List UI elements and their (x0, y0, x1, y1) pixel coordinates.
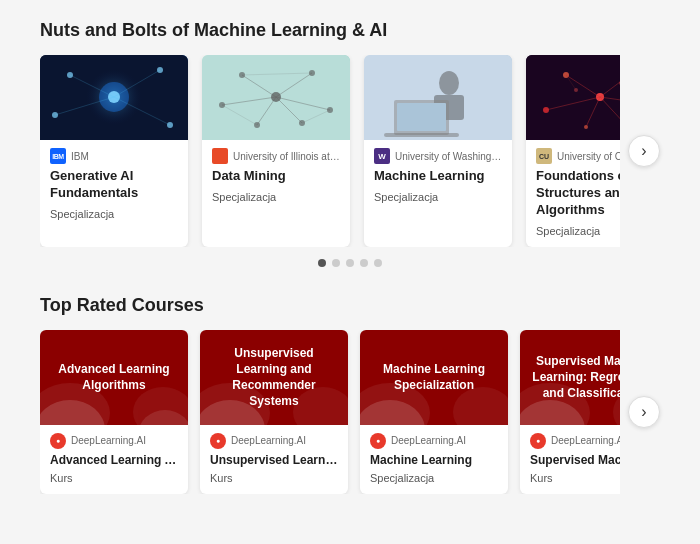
card-image-gen-ai (40, 55, 188, 140)
dot-2[interactable] (332, 259, 340, 267)
spec-card-data-mining[interactable]: University of Illinois at Urbana... Data… (202, 55, 350, 247)
card-title-ml: Machine Learning (374, 168, 502, 185)
course-title-unsupervised: Unsupervised Learning, Recommenders,... (210, 453, 338, 469)
svg-point-54 (40, 400, 105, 425)
provider-name-foundations: University of Colorado Boulder (557, 151, 620, 162)
course-card-ml-specialization[interactable]: Machine Learning Specialization ● DeepLe… (360, 330, 508, 495)
provider-label-supervised: DeepLearning.AI (551, 435, 620, 446)
deeplearning-logo-3: ● (370, 433, 386, 449)
svg-point-30 (439, 71, 459, 95)
card-image-data-mining (202, 55, 350, 140)
uw-logo-icon: W (374, 148, 390, 164)
deeplearning-logo-1: ● (50, 433, 66, 449)
card-title-gen-ai: Generative AI Fundamentals (50, 168, 178, 202)
svg-point-9 (157, 67, 163, 73)
svg-rect-34 (384, 133, 459, 137)
course-body-advanced-learning: ● DeepLearning.AI Advanced Learning Algo… (40, 425, 188, 495)
carousel-wrapper: IBM IBM Generative AI Fundamentals Specj… (40, 55, 660, 247)
spec-card-machine-learning[interactable]: W University of Washington Machine Learn… (364, 55, 512, 247)
top-rated-title: Top Rated Courses (40, 295, 660, 316)
svg-point-55 (138, 410, 188, 425)
card-type-ml: Specjalizacja (374, 191, 502, 203)
svg-point-11 (167, 122, 173, 128)
dot-5[interactable] (374, 259, 382, 267)
provider-label-advanced-learning: DeepLearning.AI (71, 435, 146, 446)
banner-text-advanced-learning: Advanced Learning Algorithms (50, 361, 178, 393)
card-body-data-mining: University of Illinois at Urbana... Data… (202, 140, 350, 213)
course-body-unsupervised: ● DeepLearning.AI Unsupervised Learning,… (200, 425, 348, 495)
card-type-data-mining: Specjalizacja (212, 191, 340, 203)
gen-ai-svg (40, 55, 188, 140)
course-title-advanced-learning: Advanced Learning Algorithms (50, 453, 178, 469)
data-mining-svg (202, 55, 350, 140)
banner-text-ml-spec: Machine Learning Specialization (370, 361, 498, 393)
card-image-foundations (526, 55, 620, 140)
provider-name-ml: University of Washington (395, 151, 502, 162)
top-rated-next-arrow[interactable]: › (628, 396, 660, 428)
provider-name-gen-ai: IBM (71, 151, 89, 162)
card-provider-data-mining: University of Illinois at Urbana... (212, 148, 340, 164)
course-body-ml-spec: ● DeepLearning.AI Machine Learning Specj… (360, 425, 508, 495)
carousel-dots (40, 259, 660, 267)
course-provider-advanced-learning: ● DeepLearning.AI (50, 433, 178, 449)
provider-label-unsupervised: DeepLearning.AI (231, 435, 306, 446)
card-type-foundations: Specjalizacja (536, 225, 620, 237)
course-banner-advanced-learning: Advanced Learning Algorithms (40, 330, 188, 425)
card-body-gen-ai: IBM IBM Generative AI Fundamentals Specj… (40, 140, 188, 230)
course-type-supervised: Kurs (530, 472, 620, 484)
dot-4[interactable] (360, 259, 368, 267)
ml-svg (364, 55, 512, 140)
course-title-supervised: Supervised Machine Learning: Regression … (530, 453, 620, 469)
course-type-unsupervised: Kurs (210, 472, 338, 484)
card-image-ml (364, 55, 512, 140)
course-card-advanced-learning[interactable]: Advanced Learning Algorithms ● DeepLearn… (40, 330, 188, 495)
deeplearning-logo-2: ● (210, 433, 226, 449)
course-card-supervised[interactable]: Supervised Machine Learning: Regression … (520, 330, 620, 495)
top-rated-cards: Advanced Learning Algorithms ● DeepLearn… (40, 330, 620, 495)
dot-1[interactable] (318, 259, 326, 267)
svg-point-10 (52, 112, 58, 118)
provider-label-ml-spec: DeepLearning.AI (391, 435, 466, 446)
top-rated-wrapper: Advanced Learning Algorithms ● DeepLearn… (40, 330, 660, 495)
course-type-ml-spec: Specjalizacja (370, 472, 498, 484)
specializations-section: Nuts and Bolts of Machine Learning & AI (40, 20, 660, 267)
course-card-unsupervised[interactable]: Unsupervised Learning and Recommender Sy… (200, 330, 348, 495)
card-type-gen-ai: Specjalizacja (50, 208, 178, 220)
svg-point-58 (520, 400, 585, 425)
card-provider-ml: W University of Washington (374, 148, 502, 164)
ibm-logo-icon: IBM (50, 148, 66, 164)
banner-decoration-2 (138, 390, 188, 425)
card-body-foundations: CU University of Colorado Boulder Founda… (526, 140, 620, 247)
illinois-logo-icon (212, 148, 228, 164)
course-banner-unsupervised: Unsupervised Learning and Recommender Sy… (200, 330, 348, 425)
carousel-next-arrow[interactable]: › (628, 135, 660, 167)
card-provider-gen-ai: IBM IBM (50, 148, 178, 164)
course-banner-ml-spec: Machine Learning Specialization (360, 330, 508, 425)
specializations-title: Nuts and Bolts of Machine Learning & AI (40, 20, 660, 41)
course-provider-unsupervised: ● DeepLearning.AI (210, 433, 338, 449)
course-body-supervised: ● DeepLearning.AI Supervised Machine Lea… (520, 425, 620, 495)
dot-3[interactable] (346, 259, 354, 267)
svg-point-8 (67, 72, 73, 78)
banner-text-supervised: Supervised Machine Learning: Regression … (530, 353, 620, 402)
deeplearning-logo-4: ● (530, 433, 546, 449)
course-title-ml-spec: Machine Learning (370, 453, 498, 469)
top-rated-section: Top Rated Courses Advanced Learning Algo… (40, 295, 660, 495)
card-provider-foundations: CU University of Colorado Boulder (536, 148, 620, 164)
course-banner-supervised: Supervised Machine Learning: Regression … (520, 330, 620, 425)
svg-rect-33 (397, 103, 446, 131)
course-provider-ml-spec: ● DeepLearning.AI (370, 433, 498, 449)
course-type-advanced-learning: Kurs (50, 472, 178, 484)
spec-card-foundations[interactable]: CU University of Colorado Boulder Founda… (526, 55, 620, 247)
card-body-ml: W University of Washington Machine Learn… (364, 140, 512, 213)
card-title-foundations: Foundations of Data Structures and Algor… (536, 168, 620, 219)
card-title-data-mining: Data Mining (212, 168, 340, 185)
foundations-svg (526, 55, 620, 140)
spec-card-gen-ai[interactable]: IBM IBM Generative AI Fundamentals Specj… (40, 55, 188, 247)
cu-logo-icon: CU (536, 148, 552, 164)
provider-name-data-mining: University of Illinois at Urbana... (233, 151, 340, 162)
carousel-cards: IBM IBM Generative AI Fundamentals Specj… (40, 55, 620, 247)
svg-point-57 (360, 400, 425, 425)
course-provider-supervised: ● DeepLearning.AI (530, 433, 620, 449)
banner-text-unsupervised: Unsupervised Learning and Recommender Sy… (210, 345, 338, 410)
